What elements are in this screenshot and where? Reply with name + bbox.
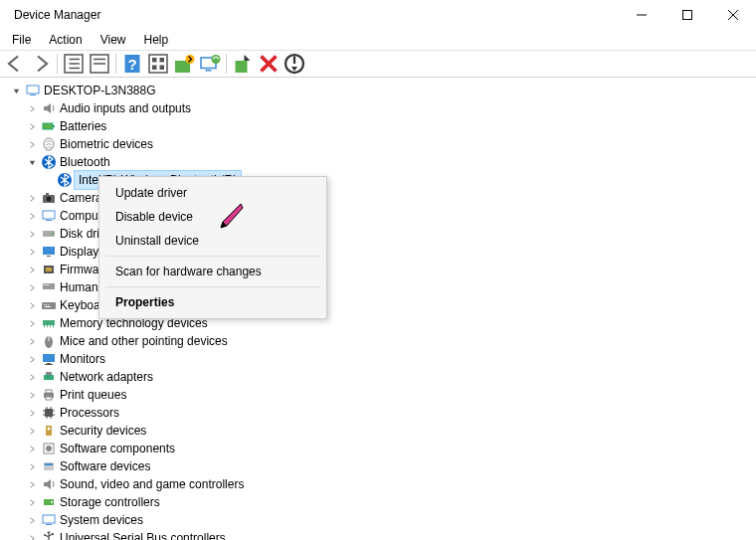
menubar: File Action View Help [0, 30, 756, 50]
category-batteries[interactable]: Batteries [2, 117, 754, 135]
chevron-right-icon[interactable] [24, 283, 40, 292]
chevron-right-icon[interactable] [24, 212, 40, 221]
network-icon [40, 369, 58, 385]
category-system[interactable]: System devices [2, 511, 754, 529]
hid-icon [40, 279, 58, 295]
chevron-right-icon[interactable] [24, 534, 40, 541]
chevron-right-icon[interactable] [24, 391, 40, 400]
node-label: System devices [58, 511, 145, 529]
chevron-right-icon[interactable] [24, 301, 40, 310]
chevron-right-icon[interactable] [24, 480, 40, 489]
chevron-down-icon[interactable] [24, 158, 40, 167]
minimize-button[interactable] [619, 0, 664, 30]
chevron-right-icon[interactable] [24, 337, 40, 346]
chevron-right-icon[interactable] [24, 230, 40, 239]
chevron-right-icon[interactable] [24, 140, 40, 149]
processor-icon [40, 405, 58, 421]
ctx-disable-device[interactable]: Disable device [101, 205, 324, 229]
scan-hardware-tb-button[interactable] [198, 52, 222, 76]
properties-tb-button[interactable] [88, 52, 111, 76]
svg-rect-69 [45, 409, 53, 417]
svg-point-36 [47, 197, 52, 202]
ctx-uninstall-device[interactable]: Uninstall device [101, 229, 324, 253]
chevron-right-icon[interactable] [24, 194, 40, 203]
svg-rect-61 [43, 354, 55, 362]
forward-button[interactable] [29, 52, 53, 76]
chevron-right-icon[interactable] [24, 373, 40, 382]
chevron-right-icon[interactable] [24, 122, 40, 131]
menu-action[interactable]: Action [41, 31, 90, 49]
update-driver-tb-button[interactable] [172, 52, 196, 76]
category-bluetooth[interactable]: Bluetooth [2, 153, 754, 171]
menu-help[interactable]: Help [136, 31, 177, 49]
node-label: Audio inputs and outputs [58, 99, 193, 117]
category-security[interactable]: Security devices [2, 422, 754, 440]
chevron-right-icon[interactable] [24, 445, 40, 453]
node-label: Monitors [58, 350, 107, 368]
category-mice[interactable]: Mice and other pointing devices [2, 332, 754, 350]
menu-view[interactable]: View [93, 31, 134, 49]
ctx-scan-hardware[interactable]: Scan for hardware changes [101, 260, 324, 283]
computer-icon [24, 83, 42, 98]
uninstall-tb-button[interactable] [257, 52, 281, 76]
titlebar: Device Manager [0, 0, 756, 30]
chevron-right-icon[interactable] [24, 248, 40, 257]
chevron-right-icon[interactable] [24, 462, 40, 471]
device-tree[interactable]: DESKTOP-L3N388G Audio inputs and outputs… [0, 78, 756, 540]
svg-point-90 [44, 534, 46, 536]
svg-rect-63 [45, 364, 53, 365]
svg-point-85 [51, 501, 53, 503]
enable-device-tb-button[interactable] [231, 52, 255, 76]
category-storage[interactable]: Storage controllers [2, 493, 754, 511]
svg-rect-53 [45, 306, 51, 307]
view-tb-button[interactable] [146, 52, 170, 76]
software-device-icon [40, 458, 58, 474]
category-usb[interactable]: Universal Serial Bus controllers [2, 529, 754, 540]
category-monitors[interactable]: Monitors [2, 350, 754, 368]
category-software-devices[interactable]: Software devices [2, 457, 754, 475]
display-icon [40, 244, 58, 260]
chevron-right-icon[interactable] [24, 104, 40, 113]
chevron-right-icon[interactable] [24, 409, 40, 418]
category-processors[interactable]: Processors [2, 404, 754, 422]
chevron-down-icon[interactable] [8, 87, 24, 95]
node-label: Software components [58, 440, 177, 457]
chevron-right-icon[interactable] [24, 498, 40, 507]
back-button[interactable] [3, 52, 27, 76]
ctx-properties[interactable]: Properties [101, 290, 324, 314]
svg-point-32 [44, 138, 54, 150]
node-label: Network adapters [58, 368, 155, 386]
chevron-right-icon[interactable] [24, 319, 40, 328]
category-network[interactable]: Network adapters [2, 368, 754, 386]
root-node[interactable]: DESKTOP-L3N388G [2, 82, 754, 99]
category-sound[interactable]: Sound, video and game controllers [2, 475, 754, 493]
node-label: Security devices [58, 422, 148, 440]
menu-file[interactable]: File [4, 31, 39, 49]
chevron-right-icon[interactable] [24, 355, 40, 364]
svg-rect-16 [149, 55, 167, 73]
svg-rect-39 [46, 220, 52, 221]
disable-tb-button[interactable] [283, 52, 306, 76]
mouse-icon [40, 333, 58, 349]
close-button[interactable] [710, 0, 756, 30]
svg-rect-17 [152, 58, 157, 63]
maximize-button[interactable] [664, 0, 710, 30]
chevron-right-icon[interactable] [24, 516, 40, 525]
svg-point-79 [48, 428, 51, 431]
svg-rect-64 [44, 375, 54, 380]
storage-icon [40, 494, 58, 510]
help-tb-button[interactable]: ? [120, 52, 144, 76]
battery-icon [40, 118, 58, 134]
category-audio[interactable]: Audio inputs and outputs [2, 99, 754, 117]
ctx-update-driver[interactable]: Update driver [101, 181, 324, 205]
svg-rect-91 [52, 533, 54, 535]
chevron-right-icon[interactable] [24, 427, 40, 436]
category-software-components[interactable]: Software components [2, 440, 754, 457]
show-hide-tree-button[interactable] [62, 52, 86, 76]
svg-rect-30 [43, 123, 53, 129]
svg-point-41 [52, 233, 54, 235]
category-printqueues[interactable]: Print queues [2, 386, 754, 404]
biometric-icon [40, 136, 58, 152]
chevron-right-icon[interactable] [24, 266, 40, 274]
category-biometric[interactable]: Biometric devices [2, 135, 754, 153]
